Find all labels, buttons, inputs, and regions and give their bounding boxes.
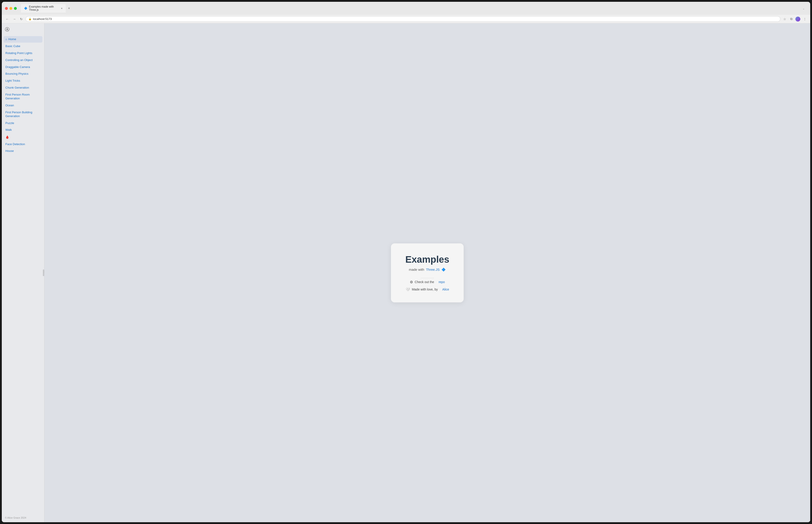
threejs-icon: 🔷	[442, 267, 446, 272]
tab-title: Examples made with Three.js	[29, 5, 59, 12]
reload-button[interactable]: ↻	[19, 17, 24, 21]
drop-icon: 🩸	[5, 135, 9, 139]
forward-button[interactable]: →	[12, 17, 17, 21]
sidebar-logo: Ⓐ	[2, 27, 44, 36]
sidebar-item-home[interactable]: ⌂ Home	[4, 36, 43, 43]
love-text: Made with love, by	[412, 288, 438, 291]
sidebar-label-bouncing-physics: Bouncing Physics	[5, 72, 29, 76]
repo-text: Check out the	[415, 280, 434, 284]
repo-link[interactable]: repo	[438, 280, 445, 284]
address-bar[interactable]: 🔒 localhost:5173	[26, 16, 780, 22]
alice-link[interactable]: Alice	[442, 288, 449, 291]
avatar[interactable]	[795, 17, 800, 21]
tab-bar: 🔷 Examples made with Three.js ✕ +	[21, 4, 800, 13]
sidebar-item-puzzle[interactable]: Puzzle	[4, 120, 43, 127]
title-bar: 🔷 Examples made with Three.js ✕ + ⌄	[2, 2, 810, 15]
sidebar-label-light-tricks: Light Tricks	[5, 79, 20, 83]
card-links: ⚙ Check out the repo 🤍 Made with love, b…	[405, 280, 449, 292]
sidebar-label-controlling-an-object: Controlling an Object	[5, 58, 33, 62]
logo-icon: Ⓐ	[5, 27, 10, 32]
back-button[interactable]: ←	[4, 17, 10, 21]
threejs-link-text: Three.JS	[426, 267, 440, 272]
sidebar-label-first-person-room-generation: First Person Room Generation	[5, 93, 40, 100]
new-tab-button[interactable]: +	[67, 6, 71, 11]
card-subtitle: made with Three.JS 🔷	[405, 267, 449, 272]
menu-button[interactable]: ⋮	[802, 17, 808, 21]
card-title: Examples	[405, 254, 449, 265]
sidebar-item-first-person-building-generation[interactable]: First Person Building Generation	[4, 109, 43, 119]
sidebar-label-home: Home	[8, 37, 16, 41]
nav-actions: ☆ ⧉ ⋮	[782, 16, 808, 21]
sidebar-item-rotating-point-lights[interactable]: Rotating Point Lights	[4, 50, 43, 56]
sidebar-item-bouncing-physics[interactable]: Bouncing Physics	[4, 71, 43, 77]
sidebar-label-ocean: Ocean	[5, 104, 14, 108]
extensions-button[interactable]: ⧉	[789, 16, 794, 21]
active-tab[interactable]: 🔷 Examples made with Three.js ✕	[21, 4, 66, 13]
sidebar-item-drop[interactable]: 🩸	[4, 134, 43, 141]
bookmark-button[interactable]: ☆	[782, 17, 787, 21]
sidebar-label-walk: Walk	[5, 128, 12, 132]
sidebar-item-draggable-camera[interactable]: Draggable Camera	[4, 64, 43, 70]
card-subtitle-text: made with	[409, 267, 424, 272]
love-link-item: 🤍 Made with love, by Alice	[405, 287, 449, 292]
sidebar-item-house[interactable]: House	[4, 148, 43, 154]
sidebar-label-puzzle: Puzzle	[5, 121, 14, 125]
repo-icon: ⚙	[410, 280, 413, 284]
traffic-lights	[5, 7, 17, 10]
tab-close-button[interactable]: ✕	[61, 7, 63, 10]
address-url: localhost:5173	[33, 17, 52, 21]
sidebar-label-face-detection: Face Detection	[5, 143, 25, 146]
repo-link-item: ⚙ Check out the repo	[410, 280, 445, 284]
nav-bar: ← → ↻ 🔒 localhost:5173 ☆ ⧉ ⋮	[2, 15, 810, 23]
sidebar-item-ocean[interactable]: Ocean	[4, 102, 43, 109]
window-controls-right: ⌄	[802, 6, 807, 10]
sidebar-item-controlling-an-object[interactable]: Controlling an Object	[4, 57, 43, 64]
tab-favicon: 🔷	[24, 7, 27, 10]
address-lock-icon: 🔒	[29, 17, 32, 20]
close-button[interactable]	[5, 7, 8, 10]
home-card: Examples made with Three.JS 🔷 ⚙ Check ou…	[391, 243, 464, 302]
sidebar-label-first-person-building-generation: First Person Building Generation	[5, 111, 40, 118]
sidebar-label-chunk-generation: Chunk Generation	[5, 86, 29, 90]
sidebar-item-chunk-generation[interactable]: Chunk Generation	[4, 85, 43, 91]
sidebar-label-basic-cube: Basic Cube	[5, 45, 20, 48]
home-icon: ⌂	[5, 38, 7, 41]
maximize-button[interactable]	[14, 7, 17, 10]
repo-link-text: repo	[438, 280, 445, 284]
sidebar-item-first-person-room-generation[interactable]: First Person Room Generation	[4, 92, 43, 102]
sidebar-footer: © Alice Grace 2024	[2, 514, 44, 519]
sidebar-item-basic-cube[interactable]: Basic Cube	[4, 43, 43, 50]
sidebar-resize-handle[interactable]: ⋮	[43, 269, 44, 276]
sidebar-label-rotating-point-lights: Rotating Point Lights	[5, 51, 32, 55]
sidebar-nav: ⌂ Home Basic Cube Rotating Point Lights …	[2, 36, 44, 514]
browser-window: 🔷 Examples made with Three.js ✕ + ⌄ ← → …	[0, 0, 812, 524]
main-content: Examples made with Three.JS 🔷 ⚙ Check ou…	[45, 23, 810, 522]
minimize-button[interactable]	[10, 7, 12, 10]
sidebar-item-face-detection[interactable]: Face Detection	[4, 141, 43, 148]
sidebar-label-draggable-camera: Draggable Camera	[5, 65, 30, 69]
sidebar: Ⓐ ⌂ Home Basic Cube Rotating Point Light…	[2, 23, 45, 522]
alice-link-text: Alice	[442, 288, 449, 291]
sidebar-item-walk[interactable]: Walk	[4, 127, 43, 133]
sidebar-label-house: House	[5, 149, 14, 153]
threejs-link[interactable]: Three.JS	[426, 267, 440, 272]
footer-copyright: © Alice Grace 2024	[5, 517, 26, 519]
browser-content: Ⓐ ⌂ Home Basic Cube Rotating Point Light…	[2, 23, 810, 522]
sidebar-item-light-tricks[interactable]: Light Tricks	[4, 78, 43, 84]
love-icon: 🤍	[405, 287, 410, 292]
